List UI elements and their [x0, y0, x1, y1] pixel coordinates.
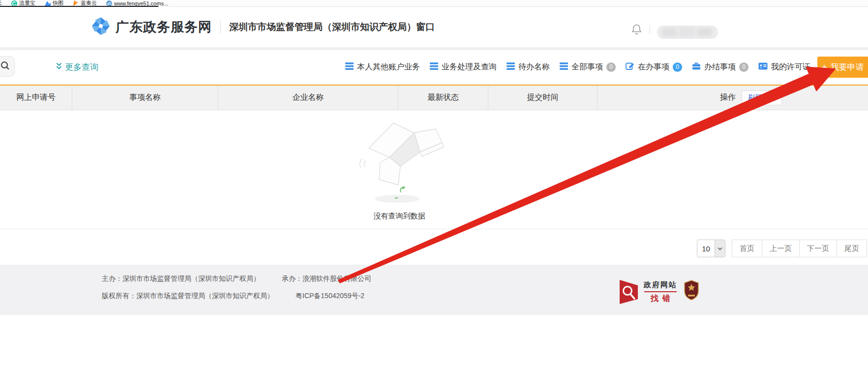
last-page-button[interactable]: 尾页	[837, 240, 867, 257]
browser-chrome-edge	[0, 6, 158, 7]
window-title: 深圳市市场监督管理局（深圳市知识产权局）窗口	[229, 21, 435, 33]
green-circle-icon	[11, 0, 17, 6]
footer-copyright-text: 版权所有：深圳市市场监督管理局（深圳市知识产权局）	[102, 292, 274, 301]
pinwheel-logo-icon	[91, 16, 111, 38]
next-page-button[interactable]: 下一页	[799, 240, 837, 257]
count-badge: 0	[673, 62, 682, 72]
nav-item-my-licenses[interactable]: 我的许可证	[758, 62, 810, 72]
page-footer: 主办：深圳市市场监督管理局（深圳市知识产权局） 承办：浪潮软件股份有限公司 版权…	[0, 265, 868, 315]
gov-site-find-error-link[interactable]: 政府网站 找错	[618, 277, 677, 307]
blur-blob	[679, 27, 695, 37]
list-icon	[507, 62, 515, 72]
empty-state-text: 没有查询到数据	[350, 212, 449, 221]
chevron-down-icon	[715, 240, 725, 257]
search-input[interactable]	[0, 56, 15, 77]
double-chevron-down-icon	[56, 62, 62, 72]
globe-icon	[106, 0, 112, 6]
applications-table-body: 没有查询到数据	[0, 110, 868, 229]
gov-agency-shield-badge[interactable]	[684, 280, 699, 303]
user-account-blurred[interactable]	[657, 26, 718, 39]
nav-item-label: 我的许可证	[771, 62, 810, 72]
bookmark-item[interactable]: www.fengye51.coms...	[106, 0, 168, 6]
blue-mountain-icon	[45, 0, 51, 6]
toolbar-nav: 更多查询 本人其他账户业务 业务处理及查询 待办名称 全部事项 0 在办事项 0	[0, 50, 868, 84]
plus-icon: +	[821, 62, 827, 72]
more-query-label: 更多查询	[65, 61, 98, 73]
column-header-submit-time: 提交时间	[488, 86, 598, 110]
page-buttons-group: 首页 上一页 下一页 尾页	[732, 240, 867, 257]
first-page-button[interactable]: 首页	[732, 240, 762, 257]
count-badge: 0	[606, 62, 616, 72]
briefcase-icon	[692, 62, 701, 72]
site-name: 广东政务服务网	[116, 18, 212, 36]
notification-bell-icon[interactable]	[631, 23, 642, 37]
prev-page-button[interactable]: 上一页	[762, 240, 800, 257]
nav-items-group: 本人其他账户业务 业务处理及查询 待办名称 全部事项 0 在办事项 0 办结事项	[345, 50, 810, 84]
count-badge: 0	[739, 62, 748, 72]
blur-blob	[697, 28, 712, 36]
blur-blob	[662, 28, 677, 37]
refresh-draft-button[interactable]: 刷新草稿	[742, 91, 782, 105]
column-header-company-name: 企业名称	[218, 86, 398, 110]
nav-item-label: 业务处理及查询	[442, 62, 497, 72]
page-size-select[interactable]: 10	[697, 240, 725, 257]
page-size-value: 10	[697, 240, 715, 257]
bookmark-label: www.fengye51.coms...	[114, 0, 168, 6]
list-icon	[560, 62, 568, 72]
nav-item-label: 全部事项	[571, 62, 603, 72]
more-query-link[interactable]: 更多查询	[56, 61, 98, 73]
actions-label: 操作	[720, 92, 736, 103]
footer-icp-text: 粤ICP备15042059号-2	[296, 292, 364, 301]
nav-item-completed-matters[interactable]: 办结事项 0	[692, 62, 748, 72]
column-header-actions: 操作 刷新草稿	[598, 86, 868, 110]
nav-item-todo-names[interactable]: 待办名称	[507, 62, 550, 72]
pagination: 10 首页 上一页 下一页 尾页	[697, 240, 867, 257]
search-icon	[0, 61, 10, 72]
site-header: 广东政务服务网 深圳市市场监督管理局（深圳市知识产权局）窗口	[0, 7, 868, 47]
footer-host-text: 主办：深圳市市场监督管理局（深圳市知识产权局）	[102, 274, 260, 283]
column-header-latest-status: 最新状态	[398, 86, 488, 110]
find-error-text: 政府网站 找错	[644, 280, 677, 304]
footer-line-2: 版权所有：深圳市市场监督管理局（深圳市知识产权局） 粤ICP备15042059号…	[102, 292, 364, 301]
find-error-pennant-icon	[618, 277, 639, 307]
edit-icon	[626, 62, 634, 72]
apply-now-label: 我要申请	[831, 61, 864, 73]
header-divider	[650, 25, 650, 34]
footer-undertaker-text: 承办：浪潮软件股份有限公司	[282, 274, 371, 283]
find-error-line1: 政府网站	[644, 280, 677, 290]
footer-line-1: 主办：深圳市市场监督管理局（深圳市知识产权局） 承办：浪潮软件股份有限公司	[102, 274, 371, 283]
orange-flag-icon	[73, 0, 79, 6]
id-card-icon	[758, 62, 768, 72]
empty-box-illustration	[354, 114, 445, 208]
empty-state: 没有查询到数据	[350, 114, 449, 221]
header-divider	[220, 21, 221, 33]
nav-item-label: 在办事项	[638, 62, 669, 72]
list-icon	[430, 62, 438, 72]
apply-now-button[interactable]: + 我要申请	[817, 57, 868, 78]
column-header-matter-name: 事项名称	[72, 86, 218, 110]
nav-item-all-matters[interactable]: 全部事项 0	[560, 62, 616, 72]
nav-item-business-process-query[interactable]: 业务处理及查询	[430, 62, 497, 72]
nav-item-my-other-account-business[interactable]: 本人其他账户业务	[345, 62, 420, 72]
list-icon	[345, 62, 354, 72]
nav-item-label: 待办名称	[518, 62, 550, 72]
nav-item-label: 本人其他账户业务	[357, 62, 420, 72]
find-error-rule	[644, 291, 677, 292]
applications-table-header: 网上申请号 事项名称 企业名称 最新状态 提交时间 操作 刷新草稿	[0, 85, 868, 110]
nav-item-in-progress-matters[interactable]: 在办事项 0	[626, 62, 682, 72]
site-logo[interactable]: 广东政务服务网 深圳市市场监督管理局（深圳市知识产权局）窗口	[91, 16, 435, 38]
pagination-band: 10 首页 上一页 下一页 尾页	[0, 230, 868, 265]
column-header-application-no: 网上申请号	[0, 86, 72, 110]
nav-item-label: 办结事项	[704, 62, 736, 72]
find-error-line2: 找错	[651, 294, 674, 304]
